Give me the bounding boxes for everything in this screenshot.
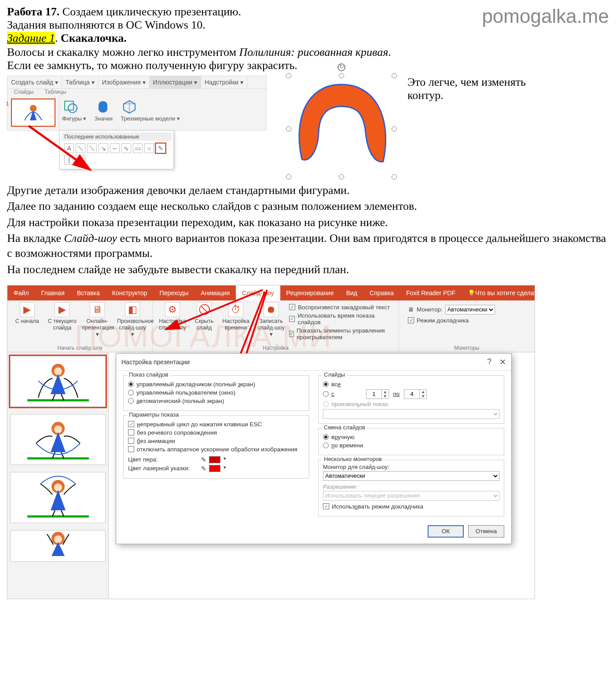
tab-review[interactable]: Рецензирование bbox=[280, 285, 340, 300]
from-beginning-btn[interactable]: ▶С начала bbox=[12, 302, 43, 325]
tell-me-search[interactable]: Что вы хотите сделать? bbox=[462, 285, 550, 300]
shape-rect[interactable]: ▭ bbox=[133, 143, 143, 153]
multiple-monitors-group: Несколько мониторов Монитор для слайд-шо… bbox=[318, 460, 504, 516]
no-narration-check[interactable]: без речевого сопровождения bbox=[128, 429, 304, 436]
addins-btn[interactable]: Надстройки ▾ bbox=[201, 76, 247, 88]
disable-hw-check[interactable]: отключить аппаратное ускорение обработки… bbox=[128, 446, 304, 453]
big-watermark: ПОМОГАЛКА.МИ bbox=[75, 319, 332, 354]
ok-button[interactable]: ОК bbox=[428, 525, 464, 538]
girl-pose-3 bbox=[25, 475, 91, 519]
thumb-1[interactable]: 1 bbox=[10, 356, 106, 407]
shape-curve[interactable]: ∿ bbox=[121, 143, 131, 153]
tab-view[interactable]: Вид bbox=[340, 285, 363, 300]
tab-insert[interactable]: Вставка bbox=[71, 285, 106, 300]
girl-pose-2 bbox=[25, 417, 91, 461]
girl-pose-4 bbox=[25, 530, 91, 558]
shapes-gallery-popup: Последние использованные A ＼ ＼ ↘ ⌐ ∿ ▭ ○… bbox=[59, 130, 174, 169]
svg-marker-14 bbox=[51, 374, 66, 394]
task-label: Задание 1 bbox=[7, 32, 55, 44]
radio-manual[interactable]: вручную bbox=[323, 434, 499, 440]
tab-foxit[interactable]: Foxit Reader PDF bbox=[400, 285, 462, 300]
3d-models-btn[interactable]: Трехмерные модели ▾ bbox=[121, 98, 180, 122]
thumb-3[interactable]: 3 bbox=[10, 472, 106, 523]
monitor-select[interactable]: Автоматически bbox=[445, 305, 495, 315]
slideshow-monitor-select[interactable]: Автоматически bbox=[323, 471, 499, 481]
resize-handle[interactable] bbox=[339, 73, 344, 78]
resize-handle[interactable] bbox=[339, 174, 344, 179]
tab-transitions[interactable]: Переходы bbox=[154, 285, 195, 300]
resize-handle[interactable] bbox=[392, 126, 397, 132]
images-btn[interactable]: Изображения ▾ bbox=[99, 76, 150, 88]
radio-kiosk[interactable]: автоматический (полный экран) bbox=[128, 398, 304, 404]
presenter-view-check[interactable]: ✓Режим докладчика bbox=[408, 317, 526, 324]
thumb-4[interactable]: 4 bbox=[10, 530, 106, 562]
hair-shape-selected bbox=[289, 76, 394, 177]
resize-handle[interactable] bbox=[286, 174, 291, 179]
radio-speaker[interactable]: управляемый докладчиком (полный экран) bbox=[128, 381, 304, 388]
radio-individual[interactable]: управляемый пользователем (окно) bbox=[128, 389, 304, 396]
rotate-handle-icon[interactable] bbox=[337, 63, 345, 71]
table-btn[interactable]: Таблица ▾ bbox=[62, 76, 99, 88]
shape-oval[interactable]: ○ bbox=[144, 143, 154, 153]
close-icon[interactable]: ✕ bbox=[499, 357, 506, 367]
custom-show-select[interactable] bbox=[323, 409, 499, 419]
svg-marker-26 bbox=[51, 490, 66, 510]
laser-color-picker[interactable] bbox=[209, 465, 220, 472]
slides-icon: ◧ bbox=[125, 302, 140, 317]
resize-handle[interactable] bbox=[286, 126, 291, 132]
tab-help[interactable]: Справка bbox=[363, 285, 400, 300]
shapes-dropdown[interactable]: Фигуры ▾ bbox=[62, 98, 86, 122]
gear-icon: ⚙ bbox=[165, 302, 180, 317]
no-animation-check[interactable]: без анимации bbox=[128, 438, 304, 444]
watermark: pomogalka.me bbox=[482, 5, 609, 27]
pen-color-picker[interactable] bbox=[209, 456, 220, 463]
tab-slideshow[interactable]: Слайд-шоу bbox=[236, 285, 280, 300]
resize-handle[interactable] bbox=[286, 73, 291, 78]
icons-btn[interactable]: Значки bbox=[94, 98, 113, 122]
resolution-select[interactable]: Использовать текущее разрешение bbox=[323, 491, 499, 501]
new-slide-btn[interactable]: Создать слайд ▾ bbox=[7, 76, 62, 88]
p-tool-line: Волосы и скакалку можно легко инструмент… bbox=[7, 46, 609, 72]
presenter-mode-check[interactable]: ✓Использовать режим докладчика bbox=[323, 503, 499, 510]
para-4: Для настройки показа презентации переход… bbox=[7, 215, 609, 230]
shape-line2[interactable]: ＼ bbox=[87, 143, 97, 153]
narration-check[interactable]: ✓Воспроизвести закадровый текст bbox=[289, 304, 394, 311]
illustrations-btn[interactable]: Иллюстрации ▾ bbox=[150, 76, 201, 88]
resize-handle[interactable] bbox=[392, 73, 397, 78]
svg-marker-20 bbox=[51, 432, 66, 452]
radio-all-slides[interactable]: все bbox=[323, 381, 499, 388]
radio-timings[interactable]: по времени bbox=[323, 442, 499, 449]
help-icon[interactable]: ? bbox=[487, 357, 491, 367]
shape-freeform[interactable]: ✎ bbox=[156, 143, 165, 153]
show-type-group: Показ слайдов управляемый докладчиком (п… bbox=[123, 375, 309, 411]
monitor-icon: 🖥 bbox=[90, 302, 105, 317]
thumb-2[interactable]: 2 bbox=[10, 414, 106, 465]
cancel-button[interactable]: Отмена bbox=[468, 525, 504, 538]
play-current-icon: ▶ bbox=[55, 302, 70, 317]
shape-arrow[interactable]: ↘ bbox=[99, 143, 108, 153]
from-spinner[interactable]: ▲▼ bbox=[366, 389, 389, 399]
slide-thumb-1[interactable]: 1 bbox=[11, 99, 55, 127]
to-spinner[interactable]: ▲▼ bbox=[404, 389, 427, 399]
loop-check[interactable]: ✓непрерывный цикл до нажатия клавиши ESC bbox=[128, 421, 304, 428]
side-note: Это легче, чем изменять контур. bbox=[407, 76, 553, 102]
shape-brace[interactable]: { bbox=[64, 155, 74, 165]
from-current-btn[interactable]: ▶С текущего слайда bbox=[47, 302, 78, 331]
tab-home[interactable]: Главная bbox=[35, 285, 70, 300]
heading-block: Работа 17. Создаем циклическую презентац… bbox=[7, 5, 241, 45]
record-icon: ⏺ bbox=[264, 302, 279, 317]
radio-range-slides[interactable]: с ▲▼ по ▲▼ bbox=[323, 389, 499, 399]
shape-connector[interactable]: ⌐ bbox=[110, 143, 120, 153]
monitor-icon: 🖥 bbox=[408, 306, 414, 313]
para-5: На вкладке Слайд-шоу есть много варианто… bbox=[7, 231, 609, 261]
radio-custom-show[interactable]: произвольный показ: bbox=[323, 401, 499, 407]
shape-textbox[interactable]: A bbox=[64, 143, 74, 153]
shape-line[interactable]: ＼ bbox=[76, 143, 85, 153]
play-icon: ▶ bbox=[20, 302, 35, 317]
tab-animations[interactable]: Анимация bbox=[194, 285, 236, 300]
resize-handle[interactable] bbox=[392, 174, 397, 179]
shape-brace2[interactable]: } bbox=[76, 155, 85, 165]
setup-show-dialog: Настройка презентации ? ✕ Показ слайдов … bbox=[116, 353, 512, 544]
tab-design[interactable]: Конструктор bbox=[106, 285, 154, 300]
tab-file[interactable]: Файл bbox=[7, 285, 35, 300]
